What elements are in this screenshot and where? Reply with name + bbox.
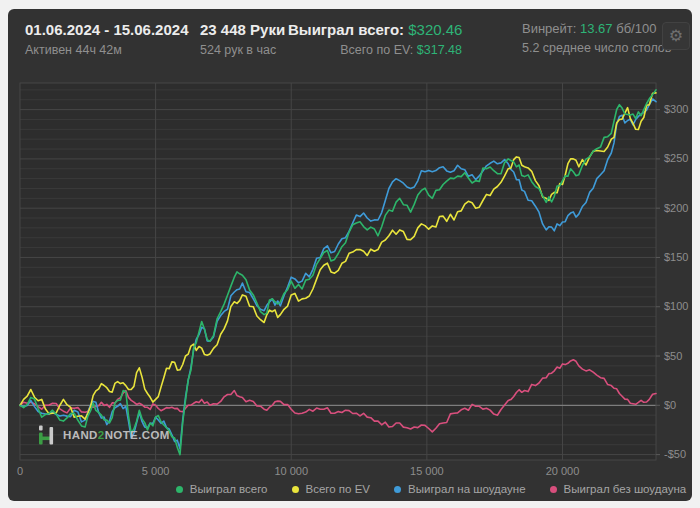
x-axis-tick: 20 000 — [546, 465, 580, 477]
winnings-block: Выиграл всего: $320.46 Всего по EV: $317… — [288, 20, 462, 58]
hands-block: 23 448 Руки 524 рук в час — [200, 20, 285, 58]
y-axis-tick: $100 — [664, 300, 688, 312]
legend-dot-icon — [176, 486, 183, 493]
y-axis-tick: $150 — [664, 251, 688, 263]
legend-dot-icon — [394, 486, 401, 493]
won-total-value: $320.46 — [408, 21, 462, 38]
y-axis-tick: $200 — [664, 202, 688, 214]
y-axis-tick: $50 — [664, 350, 682, 362]
x-axis-tick: 10 000 — [274, 465, 308, 477]
legend-item-0[interactable]: Выиграл всего — [176, 483, 268, 495]
legend-item-3[interactable]: Выиграл без шоудауна — [550, 483, 687, 495]
y-axis-tick: -$50 — [664, 448, 686, 460]
gear-icon: ⚙ — [669, 27, 683, 44]
winrate-unit: бб/100 — [616, 21, 656, 36]
winrate-value: 13.67 — [580, 21, 613, 36]
legend-label: Выиграл всего — [190, 483, 268, 495]
x-axis-tick: 15 000 — [410, 465, 444, 477]
active-time: Активен 44ч 42м — [25, 42, 188, 58]
legend-label: Выиграл на шоудауне — [408, 483, 526, 495]
legend-item-1[interactable]: Всего по EV — [292, 483, 371, 495]
legend-label: Выиграл без шоудауна — [564, 483, 687, 495]
hand2note-logo-icon — [38, 424, 57, 446]
hands-per-hour: 524 рук в час — [200, 42, 285, 58]
hand2note-watermark-text: HAND2NOTE.COM — [63, 429, 170, 441]
won-total-label: Выиграл всего: — [288, 21, 404, 38]
legend-dot-icon — [550, 486, 557, 493]
session-block: 01.06.2024 - 15.06.2024 Активен 44ч 42м — [25, 20, 188, 58]
y-axis-tick: $250 — [664, 152, 688, 164]
chart-legend: Выиграл всегоВсего по EVВыиграл на шоуда… — [178, 483, 684, 495]
ev-total-label: Всего по EV: — [340, 43, 413, 57]
winrate-label: Винрейт: — [522, 21, 576, 36]
legend-item-2[interactable]: Выиграл на шоудауне — [394, 483, 526, 495]
x-axis-tick: 5 000 — [142, 465, 170, 477]
winrate-block: Винрейт: 13.67 бб/100 5.2 среднее число … — [522, 20, 671, 56]
legend-label: Всего по EV — [306, 483, 371, 495]
ev-total-value: $317.48 — [417, 43, 462, 57]
avg-tables: 5.2 среднее число столов — [522, 40, 671, 56]
hands-count: 23 448 Руки — [200, 20, 285, 39]
x-axis-tick: 0 — [17, 465, 23, 477]
stats-panel: 01.06.2024 - 15.06.2024 Активен 44ч 42м … — [8, 9, 692, 501]
settings-button[interactable]: ⚙ — [662, 22, 690, 50]
y-axis-tick: $300 — [664, 103, 688, 115]
y-axis-tick: $0 — [664, 399, 676, 411]
hand2note-watermark: HAND2NOTE.COM — [38, 424, 170, 446]
legend-dot-icon — [292, 486, 299, 493]
date-range: 01.06.2024 - 15.06.2024 — [25, 20, 188, 39]
